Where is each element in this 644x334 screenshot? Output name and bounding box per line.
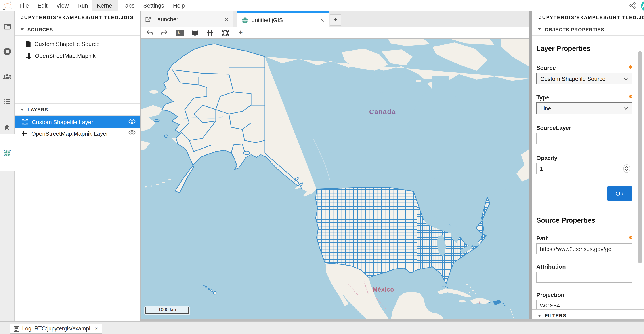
- jupytergis-globe-icon[interactable]: [0, 145, 14, 160]
- source-field-label: Source: [536, 64, 556, 71]
- chevron-down-icon: [20, 108, 24, 111]
- jgis-toolbar: $_ +: [140, 27, 529, 39]
- source-select[interactable]: Custom Shapefile Source: [536, 73, 632, 84]
- source-item-custom-shapefile[interactable]: Custom Shapefile Source: [14, 38, 140, 50]
- toolbar-separator: [187, 27, 188, 38]
- log-console-icon: [14, 326, 20, 332]
- layers-section-header[interactable]: LAYERS: [14, 103, 140, 116]
- menu-run[interactable]: Run: [73, 0, 93, 11]
- raster-grid-icon: [22, 130, 28, 136]
- collaboration-icon[interactable]: [0, 69, 14, 84]
- jgis-globe-icon: [242, 16, 248, 24]
- layer-item-label: Custom Shapefile Layer: [32, 119, 93, 125]
- opacity-input[interactable]: [536, 163, 632, 174]
- visibility-eye-icon[interactable]: [128, 118, 136, 124]
- tab-untitled-jgis[interactable]: untitled.jGIS ×: [236, 11, 329, 27]
- map-render: Canada United States: [140, 39, 529, 320]
- raster-grid-icon[interactable]: [204, 27, 216, 38]
- chevron-down-icon: [20, 28, 24, 30]
- required-asterisk-icon: [628, 236, 632, 240]
- scrollbar-thumb[interactable]: [638, 51, 642, 263]
- visibility-eye-icon[interactable]: [128, 130, 136, 136]
- menu-kernel[interactable]: Kernel: [92, 0, 118, 11]
- user-avatar[interactable]: A: [640, 0, 644, 11]
- toolbar-separator: [172, 27, 172, 38]
- vector-square-icon[interactable]: [219, 27, 231, 38]
- new-tab-button[interactable]: +: [330, 14, 341, 26]
- tab-label: untitled.jGIS: [252, 17, 283, 23]
- map-label-mexico: México: [372, 286, 394, 293]
- close-icon[interactable]: ×: [94, 325, 98, 332]
- right-sidebar-panel: JUPYTERGIS/EXAMPLES/UNTITLED.JG OBJECTS …: [532, 11, 644, 321]
- chevron-down-icon[interactable]: [625, 169, 628, 171]
- toolbar-separator: [232, 27, 233, 38]
- ok-button[interactable]: Ok: [607, 186, 632, 201]
- type-select[interactable]: Line: [536, 102, 632, 114]
- required-asterisk-icon: [628, 94, 632, 98]
- attribution-field-label: Attribution: [536, 263, 566, 270]
- filters-title: FILTERS: [545, 313, 566, 318]
- main-tab-bar: Launcher × untitled.jGIS × +: [140, 11, 529, 27]
- vector-square-icon: [22, 119, 28, 125]
- tab-label: Launcher: [154, 16, 178, 22]
- path-input[interactable]: [536, 243, 632, 255]
- share-icon[interactable]: [625, 0, 640, 11]
- extensions-icon[interactable]: [0, 119, 14, 134]
- log-console-tab[interactable]: Log: RTC:jupytergis/exampl ×: [10, 324, 102, 334]
- sources-section-header[interactable]: SOURCES: [14, 23, 140, 36]
- file-browser-icon[interactable]: [0, 19, 14, 34]
- chevron-up-icon[interactable]: [625, 166, 628, 168]
- menu-file[interactable]: File: [15, 0, 33, 11]
- menu-help[interactable]: Help: [168, 0, 189, 11]
- map-scale-bar: 1000 km: [144, 306, 190, 315]
- path-field-label: Path: [536, 235, 549, 242]
- source-properties-title: Source Properties: [536, 217, 632, 224]
- panel-splitter-vertical[interactable]: [529, 11, 532, 320]
- running-kernels-icon[interactable]: [0, 44, 14, 59]
- chevron-down-icon: [623, 77, 628, 80]
- add-icon[interactable]: +: [235, 27, 246, 38]
- menu-tabs[interactable]: Tabs: [118, 0, 139, 11]
- table-of-contents-icon[interactable]: [0, 94, 14, 109]
- chevron-down-icon: [538, 314, 541, 317]
- launcher-icon: [145, 16, 151, 22]
- attribution-input[interactable]: [536, 272, 632, 283]
- left-sidebar-panel: JUPYTERGIS/EXAMPLES/UNTITLED.JGIS SOURCE…: [14, 11, 140, 321]
- basemap-icon[interactable]: [189, 27, 201, 38]
- properties-form: Layer Properties Source Custom Shapefile…: [532, 36, 644, 321]
- close-icon[interactable]: ×: [221, 16, 228, 22]
- source-item-label: Custom Shapefile Source: [34, 41, 100, 47]
- close-icon[interactable]: ×: [316, 17, 324, 23]
- layer-item-label: OpenStreetMap.Mapnik Layer: [32, 130, 108, 137]
- tab-launcher[interactable]: Launcher ×: [140, 11, 234, 27]
- bottom-dock-bar: Log: RTC:jupytergis/exampl ×: [0, 321, 644, 334]
- projection-field-label: Projection: [536, 292, 564, 298]
- redo-icon[interactable]: [158, 27, 170, 38]
- source-item-openstreetmap[interactable]: OpenStreetMap.Mapnik: [14, 50, 140, 62]
- layer-item-custom-shapefile[interactable]: Custom Shapefile Layer: [14, 116, 140, 128]
- menu-view[interactable]: View: [52, 0, 73, 11]
- right-panel-header: JUPYTERGIS/EXAMPLES/UNTITLED.JG: [532, 11, 644, 23]
- objects-properties-section-header[interactable]: OBJECTS PROPERTIES: [532, 23, 644, 36]
- opacity-field-label: Opacity: [536, 155, 557, 161]
- jupyter-logo-icon: [0, 0, 15, 11]
- layer-item-openstreetmap[interactable]: OpenStreetMap.Mapnik Layer: [14, 128, 140, 139]
- source-item-label: OpenStreetMap.Mapnik: [35, 52, 96, 59]
- sources-section-title: SOURCES: [28, 27, 53, 32]
- console-icon[interactable]: $_: [174, 27, 185, 38]
- map-label-canada: Canada: [369, 108, 396, 115]
- menu-edit[interactable]: Edit: [33, 0, 52, 11]
- log-tab-label: Log: RTC:jupytergis/exampl: [22, 326, 90, 332]
- menu-settings[interactable]: Settings: [139, 0, 168, 11]
- undo-icon[interactable]: [144, 27, 156, 38]
- number-stepper[interactable]: [623, 164, 630, 173]
- objects-properties-title: OBJECTS PROPERTIES: [545, 27, 604, 32]
- sourcelayer-field-label: SourceLayer: [536, 125, 571, 131]
- sourcelayer-input[interactable]: [536, 133, 632, 144]
- left-panel-header: JUPYTERGIS/EXAMPLES/UNTITLED.JGIS: [14, 11, 140, 23]
- raster-grid-icon: [25, 53, 32, 59]
- layer-properties-title: Layer Properties: [536, 45, 632, 52]
- map-canvas[interactable]: Canada United States: [140, 39, 529, 320]
- layers-section-title: LAYERS: [28, 107, 48, 112]
- type-field-label: Type: [536, 94, 550, 101]
